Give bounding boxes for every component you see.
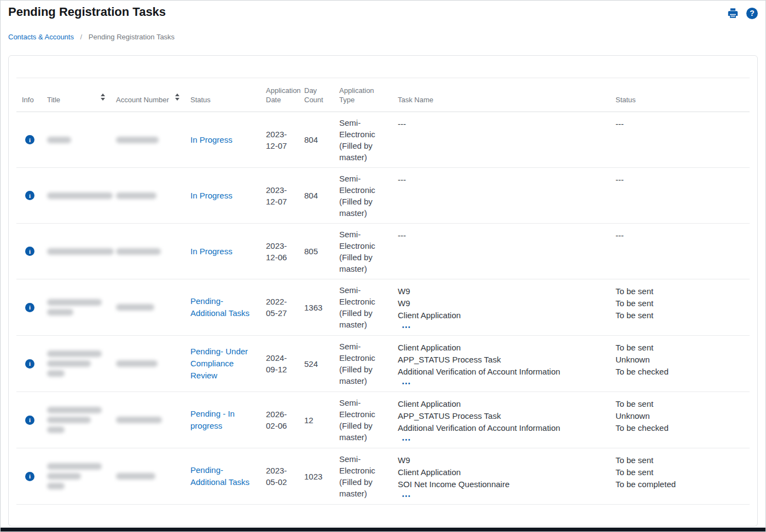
page-title: Pending Registration Tasks [8, 5, 166, 19]
redacted-text-line [47, 309, 73, 315]
redacted-text-line [47, 137, 71, 143]
task-name: W9 [398, 454, 605, 466]
redacted-text-line [47, 463, 102, 470]
task-status: --- [616, 174, 747, 186]
task-name: SOI Net Income Questionnaire [398, 478, 605, 490]
print-icon[interactable] [727, 7, 739, 19]
info-icon[interactable]: i [25, 359, 34, 369]
more-tasks-link[interactable]: ••• [402, 381, 411, 387]
day-count: 804 [295, 112, 330, 168]
page-header: Pending Registration Tasks ? [1, 1, 765, 19]
bottom-bar [1, 528, 765, 531]
redacted-title [47, 350, 105, 377]
task-status-list: To be sentTo be sentTo be sent [616, 285, 747, 321]
table-row: i In Progress 2023-12-06 805 Semi-Electr… [16, 224, 750, 279]
redacted-text-line [116, 360, 158, 367]
task-name: --- [398, 118, 605, 130]
task-status: To be sent [616, 454, 747, 466]
redacted-text-line [47, 370, 65, 377]
task-status: Unknown [616, 354, 747, 366]
table-row: i Pending- Additional Tasks 2023-05-02 1… [16, 448, 750, 505]
more-tasks-link[interactable]: ••• [402, 437, 411, 443]
task-status: To be sent [616, 309, 747, 321]
task-status-list: To be sentTo be sentTo be completed [616, 454, 747, 490]
application-date: 2023-12-07 [266, 184, 293, 207]
breadcrumb-current: Pending Registration Tasks [89, 33, 175, 41]
redacted-text-line [47, 407, 102, 413]
header-actions: ? [727, 7, 758, 19]
redacted-text-line [116, 473, 155, 480]
task-status: To be sent [616, 342, 747, 354]
status-link[interactable]: In Progress [190, 245, 233, 258]
application-type: Semi-Electronic (Filled by master) [339, 453, 387, 499]
task-status: To be sent [616, 398, 747, 410]
task-status: To be checked [616, 422, 747, 434]
sort-icon-title[interactable] [101, 93, 105, 101]
info-icon[interactable]: i [25, 472, 34, 481]
task-name: Client Application [398, 398, 605, 410]
redacted-text-line [47, 473, 81, 480]
more-tasks-link[interactable]: ••• [402, 324, 411, 330]
task-name-list: W9Client ApplicationSOI Net Income Quest… [398, 454, 605, 490]
task-name-list: --- [398, 174, 605, 186]
sort-icon-account-number[interactable] [175, 93, 179, 101]
application-date: 2023-12-07 [266, 128, 293, 151]
status-link[interactable]: Pending- Additional Tasks [190, 464, 255, 488]
redacted-account-number [116, 137, 179, 143]
application-type: Semi-Electronic (Filled by master) [339, 341, 387, 387]
status-link[interactable]: In Progress [190, 134, 233, 146]
status-link[interactable]: Pending- Additional Tasks [190, 295, 255, 319]
redacted-text-line [47, 192, 113, 199]
application-date: 2024-09-12 [266, 352, 293, 375]
application-type: Semi-Electronic (Filled by master) [339, 284, 387, 330]
info-icon[interactable]: i [25, 303, 34, 312]
day-count: 804 [295, 168, 330, 224]
column-header-application-type: Application Type [330, 78, 389, 112]
day-count: 12 [295, 392, 330, 448]
redacted-text-line [116, 248, 161, 255]
column-header-account-number: Account Number [107, 78, 182, 112]
pending-tasks-table: Info Title Account Number Status Applica… [16, 78, 750, 505]
breadcrumb-link-contacts-accounts[interactable]: Contacts & Accounts [8, 33, 74, 41]
redacted-text-line [116, 417, 162, 423]
redacted-text-line [47, 350, 102, 357]
task-name: APP_STATUS Process Task [398, 354, 605, 366]
redacted-text-line [116, 137, 159, 143]
breadcrumb: Contacts & Accounts / Pending Registrati… [8, 33, 758, 41]
column-header-task-status: Status [607, 78, 750, 112]
task-name: APP_STATUS Process Task [398, 410, 605, 422]
redacted-account-number [116, 304, 179, 311]
info-icon[interactable]: i [25, 247, 34, 256]
help-icon[interactable]: ? [746, 8, 758, 19]
info-icon[interactable]: i [25, 416, 34, 425]
task-status: --- [616, 230, 747, 242]
day-count: 524 [295, 336, 330, 392]
status-link[interactable]: Pending- Under Compliance Review [190, 346, 255, 382]
redacted-account-number [116, 473, 179, 480]
info-icon[interactable]: i [25, 191, 34, 200]
redacted-text-line [47, 483, 65, 489]
table-header-row: Info Title Account Number Status Applica… [16, 78, 750, 112]
info-icon[interactable]: i [25, 135, 34, 144]
more-tasks-link[interactable]: ••• [402, 493, 411, 499]
status-link[interactable]: In Progress [190, 190, 233, 202]
task-status-list: --- [616, 230, 747, 242]
redacted-text-line [47, 299, 102, 306]
table-row: i In Progress 2023-12-07 804 Semi-Electr… [16, 112, 750, 168]
application-date: 2023-05-02 [266, 465, 293, 488]
table-row: i In Progress 2023-12-07 804 Semi-Electr… [16, 168, 750, 224]
task-name: Client Application [398, 466, 605, 478]
task-name-list: W9W9Client Application [398, 285, 605, 321]
application-type: Semi-Electronic (Filled by master) [339, 117, 387, 163]
task-name: --- [398, 174, 605, 186]
pending-tasks-card: Info Title Account Number Status Applica… [8, 55, 758, 527]
redacted-title [47, 192, 105, 199]
column-header-status: Status [182, 78, 257, 112]
day-count: 1363 [295, 279, 330, 336]
task-status: To be sent [616, 297, 747, 309]
redacted-text-line [47, 360, 91, 367]
task-name: W9 [398, 297, 605, 309]
redacted-account-number [116, 417, 179, 423]
status-link[interactable]: Pending - In progress [190, 408, 255, 432]
redacted-account-number [116, 360, 179, 367]
